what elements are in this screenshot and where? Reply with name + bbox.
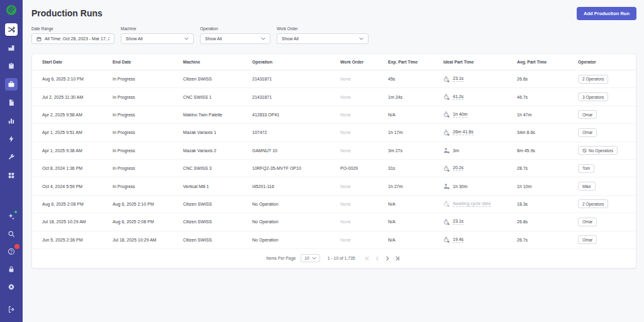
sidebar-item-search[interactable] (5, 228, 18, 240)
work-order-cell: None (340, 184, 388, 189)
ideal-part-time-value[interactable]: 23.1s (453, 76, 464, 82)
ideal-part-time-value[interactable]: 23.1s (453, 219, 464, 225)
stopwatch-gear-icon (443, 165, 450, 172)
ideal-part-time-value[interactable]: 1h 40m (453, 112, 467, 118)
ideal-part-time-cell: 3m (443, 147, 517, 153)
avg-part-time-cell: 26.7s (517, 238, 578, 242)
machine-filter-label: Machine (121, 26, 194, 31)
sidebar-item-documents[interactable] (5, 96, 18, 109)
ideal-part-time-value[interactable]: Awaiting cycle data (453, 201, 491, 207)
factory-icon (8, 44, 15, 52)
ideal-part-time-value[interactable]: 26m 41.8s (453, 130, 474, 135)
operation-cell: GAMNUT 10 (252, 148, 340, 153)
ideal-part-time-value: 1h 30m (453, 184, 467, 189)
operator-badge[interactable]: Omar (578, 218, 597, 226)
avg-part-time-cell: 28.7s (517, 166, 578, 170)
table-row[interactable]: Oct 8, 2024 1:36 PMIn ProgressCNC SWISS … (32, 160, 636, 177)
sidebar-item-settings[interactable] (5, 280, 18, 293)
exp-part-time-cell: 1h 27m (388, 184, 443, 189)
stopwatch-gear-icon (443, 236, 450, 243)
work-order-cell: None (340, 95, 388, 99)
table-row[interactable]: Apr 1, 2025 9:51 AMIn ProgressMazak Vari… (32, 124, 636, 142)
operator-badge[interactable]: Omar (578, 128, 597, 137)
sidebar-item-jobs[interactable] (5, 60, 18, 72)
operator-label: Omar (582, 113, 592, 117)
date-range-filter-value: All Time: Oct 28, 2023 - Mar 17, 2026 (45, 36, 109, 41)
avg-part-time-cell: 26.6s (517, 77, 578, 81)
operation-cell: No Operation (252, 202, 340, 206)
exp-part-time-cell: N/A (388, 113, 443, 117)
add-production-run-button[interactable]: Add Production Run (577, 7, 636, 20)
ideal-part-time-value[interactable]: 41.2s (453, 94, 464, 100)
sidebar-item-help[interactable] (5, 245, 18, 258)
operator-badge[interactable]: 3 Operators (578, 92, 608, 101)
assistant-status-dot (14, 211, 17, 213)
table-row[interactable]: Apr 2, 2025 9:58 AMIn ProgressMakino Twi… (32, 106, 636, 124)
machine-filter-control[interactable]: Show All (121, 33, 194, 44)
sidebar-item-energy[interactable] (5, 133, 18, 145)
operator-badge[interactable]: Tom (578, 164, 594, 173)
operator-badge[interactable]: 2 Operators (578, 75, 608, 84)
operation-filter-control[interactable]: Show All (200, 33, 270, 44)
operator-badge[interactable]: 2 Operators (578, 199, 608, 208)
end-date-cell: In Progress (113, 166, 183, 170)
work-order-filter-control[interactable]: Show All (277, 33, 369, 44)
table-row[interactable]: Jul 18, 2025 10:29 AMAug 6, 2025 2:08 PM… (32, 213, 636, 231)
no-operators-icon (582, 148, 587, 153)
sidebar-item-lock[interactable] (5, 263, 18, 275)
filter-bar: Date RangeAll Time: Oct 28, 2023 - Mar 1… (31, 26, 636, 44)
lock-icon (8, 265, 15, 273)
chevron-down-icon (359, 37, 364, 40)
ideal-part-time-value[interactable]: 19.4s (453, 237, 464, 243)
chevron-down-icon (184, 37, 189, 40)
calendar-icon (36, 36, 42, 42)
jobs-icon (8, 62, 15, 70)
date-range-filter-control[interactable]: All Time: Oct 28, 2023 - Mar 17, 2026 (31, 33, 114, 44)
machine-cell: Citizen SWISS (183, 219, 252, 224)
table-row[interactable]: Aug 6, 2025 2:10 PMIn ProgressCitizen SW… (32, 70, 636, 88)
avg-part-time-cell: 18.3s (517, 202, 578, 206)
work-order-cell: None (340, 219, 388, 224)
table-row[interactable]: Oct 4, 2024 5:59 PMIn ProgressVertical M… (32, 177, 636, 195)
sidebar-item-analytics[interactable] (5, 114, 18, 127)
sidebar-item-assistant[interactable] (5, 210, 18, 223)
stopwatch-gear-icon (443, 94, 450, 100)
operator-cell: Mike (578, 182, 626, 191)
start-date-cell: Jun 5, 2025 2:36 PM (42, 238, 113, 242)
ideal-part-time-value[interactable]: 20.2s (453, 165, 464, 171)
ideal-part-time-cell: 23.1s (443, 219, 517, 225)
app-logo-icon[interactable] (6, 4, 17, 16)
table-row[interactable]: Aug 6, 2025 2:08 PMAug 6, 2025 2:10 PMCi… (32, 196, 636, 213)
sidebar-item-logout[interactable] (5, 303, 18, 316)
person-gear-icon (443, 183, 450, 189)
next-page-button[interactable] (383, 256, 392, 261)
machine-cell: Citizen SWISS (183, 77, 252, 81)
table-row[interactable]: Jun 5, 2025 2:36 PMJul 18, 2025 10:29 AM… (32, 231, 636, 249)
avg-part-time-cell: 1h 47m (517, 113, 578, 117)
last-page-button[interactable] (393, 256, 402, 261)
column-header-exp-part-time: Exp. Part Time (388, 60, 443, 64)
table-row[interactable]: Apr 1, 2025 9:38 AMIn ProgressMazak Vari… (32, 142, 636, 160)
table-row[interactable]: Jul 2, 2025 11:30 AMIn ProgressCNC SWISS… (32, 88, 636, 106)
exp-part-time-cell: 31s (388, 166, 443, 170)
operator-badge[interactable]: Mike (578, 182, 596, 191)
exp-part-time-cell: 45s (388, 77, 443, 81)
start-date-cell: Jul 2, 2025 11:30 AM (42, 95, 113, 99)
operator-cell: 2 Operators (578, 199, 626, 208)
analytics-icon (8, 117, 15, 125)
avg-part-time-cell: 34m 8.6s (517, 130, 578, 135)
operator-badge[interactable]: Omar (578, 110, 597, 119)
operator-badge[interactable]: Omar (578, 235, 597, 244)
machine-cell: CNC SWISS 1 (183, 95, 252, 99)
sidebar-item-shuffle[interactable] (5, 23, 18, 36)
operator-badge[interactable]: No Operators (578, 146, 618, 155)
sidebar-item-production-runs[interactable] (5, 78, 18, 91)
items-per-page-select[interactable]: 10 (301, 254, 320, 262)
sidebar-item-factory[interactable] (5, 42, 18, 54)
sidebar-item-apps[interactable] (5, 169, 18, 182)
sidebar-item-tools[interactable] (5, 151, 18, 164)
operator-label: Omar (582, 219, 592, 224)
end-date-cell: Jul 18, 2025 10:29 AM (113, 238, 183, 242)
start-date-cell: Aug 6, 2025 2:08 PM (42, 202, 113, 206)
settings-icon (8, 283, 15, 291)
